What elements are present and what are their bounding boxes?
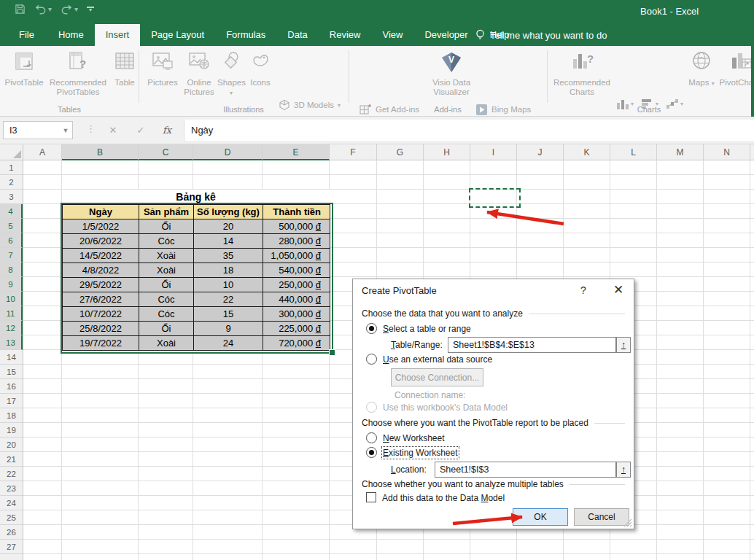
table-cell[interactable]: 15 — [194, 307, 263, 322]
row-header-8[interactable]: 8 — [0, 262, 23, 277]
add-to-data-model-checkbox[interactable] — [366, 492, 376, 502]
row-header-20[interactable]: 20 — [0, 438, 23, 452]
radio-select-table-or-range[interactable]: Select a table or range — [366, 323, 471, 334]
radio-external-data-source[interactable]: Use an external data source — [366, 354, 492, 365]
table-header-cell[interactable]: Ngày — [63, 205, 139, 219]
tab-page-layout[interactable]: Page Layout — [140, 24, 215, 46]
table-cell[interactable]: 4/8/2022 — [63, 263, 139, 278]
column-header-L[interactable]: L — [610, 144, 657, 160]
table-cell[interactable]: 35 — [194, 249, 263, 263]
table-cell[interactable]: 280,000 đ — [263, 234, 330, 249]
table-cell[interactable]: 29/5/2022 — [63, 278, 139, 292]
table-cell[interactable]: 24 — [194, 336, 263, 351]
table-cell[interactable]: 27/6/2022 — [63, 292, 139, 307]
table-header-cell[interactable]: Sản phẩm — [139, 205, 194, 219]
table-cell[interactable]: 300,000 đ — [263, 307, 330, 322]
column-header-B[interactable]: B — [62, 144, 139, 160]
redo-icon[interactable]: ▾ — [61, 4, 78, 15]
table-cell[interactable]: 10 — [194, 278, 263, 292]
table-cell[interactable]: 20/6/2022 — [63, 234, 139, 249]
tab-home[interactable]: Home — [47, 24, 95, 46]
table-cell[interactable]: 1/5/2022 — [63, 219, 139, 234]
table-cell[interactable]: 440,000 đ — [263, 292, 330, 307]
table-cell[interactable]: 18 — [194, 263, 263, 278]
tab-file[interactable]: File — [6, 24, 47, 46]
insert-function-icon[interactable]: fx — [156, 121, 178, 139]
column-header-D[interactable]: D — [193, 144, 263, 160]
recommended-charts-button[interactable]: ? Recommended Charts — [552, 48, 612, 97]
tab-formulas[interactable]: Formulas — [215, 24, 276, 46]
row-header-27[interactable]: 27 — [0, 540, 23, 554]
tab-data[interactable]: Data — [276, 24, 318, 46]
pivotchart-button[interactable]: PivotChart ▾ — [719, 48, 754, 88]
row-header-3[interactable]: 3 — [0, 190, 23, 204]
table-cell[interactable]: 19/7/2022 — [63, 336, 139, 351]
maps-button[interactable]: Maps ▾ — [687, 48, 716, 88]
column-header-H[interactable]: H — [424, 144, 470, 160]
row-header-9[interactable]: 9 — [0, 277, 23, 292]
row-header-13[interactable]: 13 — [0, 335, 23, 350]
formula-input[interactable]: Ngày — [184, 120, 754, 141]
row-header-2[interactable]: 2 — [0, 175, 23, 190]
table-cell[interactable]: 25/8/2022 — [63, 322, 139, 336]
select-all-corner[interactable] — [0, 144, 23, 160]
table-cell[interactable]: 20 — [194, 219, 263, 234]
column-header-G[interactable]: G — [377, 144, 424, 160]
table-cell[interactable]: Ổi — [139, 278, 194, 292]
row-header-25[interactable]: 25 — [0, 510, 23, 525]
table-cell[interactable]: 225,000 đ — [263, 322, 330, 336]
dialog-help-icon[interactable]: ? — [572, 279, 595, 301]
row-header-15[interactable]: 15 — [0, 365, 23, 379]
table-cell[interactable]: 540,000 đ — [263, 263, 330, 278]
column-header-A[interactable]: A — [23, 144, 62, 160]
table-cell[interactable]: 720,000 đ — [263, 336, 330, 351]
enter-entry-icon[interactable]: ✓ — [130, 121, 152, 139]
table-cell[interactable]: 1,050,000 đ — [263, 249, 330, 263]
table-cell[interactable]: Xoài — [139, 249, 194, 263]
column-header-F[interactable]: F — [330, 144, 377, 160]
row-header-26[interactable]: 26 — [0, 525, 23, 540]
row-header-22[interactable]: 22 — [0, 467, 23, 481]
table-cell[interactable]: Cóc — [139, 234, 194, 249]
table-header-cell[interactable]: Thành tiền — [263, 205, 330, 219]
row-header-6[interactable]: 6 — [0, 233, 23, 248]
destination-cell-I3-marching-ants[interactable] — [469, 188, 521, 208]
icons-button[interactable]: Icons — [246, 48, 274, 88]
collapse-dialog-range-button[interactable]: ↑ — [616, 337, 631, 353]
column-header-J[interactable]: J — [517, 144, 564, 160]
cancel-entry-icon[interactable]: ✕ — [102, 121, 124, 139]
tell-me-box[interactable]: Tell me what you want to do — [475, 24, 607, 46]
row-header-10[interactable]: 10 — [0, 292, 23, 306]
row-header-7[interactable]: 7 — [0, 248, 23, 262]
collapse-dialog-range-button[interactable]: ↑ — [616, 462, 631, 478]
location-input[interactable]: Sheet1!$I$3 — [435, 462, 616, 478]
tab-insert[interactable]: Insert — [95, 24, 141, 46]
dialog-close-icon[interactable]: ✕ — [604, 279, 633, 301]
name-box-dropdown-icon[interactable]: ▼ — [59, 127, 72, 134]
tab-view[interactable]: View — [371, 24, 413, 46]
column-header-C[interactable]: C — [139, 144, 193, 160]
table-cell[interactable]: 22 — [194, 292, 263, 307]
visio-data-visualizer-button[interactable]: V Visio Data Visualizer — [429, 48, 474, 97]
recommended-pivottables-button[interactable]: ? Recommended PivotTables — [47, 48, 109, 97]
table-range-input[interactable]: Sheet1!$B$4:$E$13 — [448, 337, 616, 353]
row-header-23[interactable]: 23 — [0, 481, 23, 496]
pivottable-button[interactable]: PivotTable — [3, 48, 45, 88]
radio-new-worksheet[interactable]: New Worksheet — [366, 432, 444, 443]
table-cell[interactable]: 10/7/2022 — [63, 307, 139, 322]
row-header-4[interactable]: 4 — [0, 204, 23, 219]
column-header-M[interactable]: M — [657, 144, 704, 160]
radio-existing-worksheet[interactable]: Existing Worksheet — [366, 447, 458, 458]
table-cell[interactable]: Cóc — [139, 292, 194, 307]
column-header-I[interactable]: I — [470, 144, 517, 160]
table-cell[interactable]: Ổi — [139, 322, 194, 336]
table-cell[interactable]: 14/5/2022 — [63, 249, 139, 263]
column-header-K[interactable]: K — [564, 144, 610, 160]
online-pictures-button[interactable]: Online Pictures — [182, 48, 216, 97]
row-header-16[interactable]: 16 — [0, 379, 23, 394]
undo-icon[interactable]: ▾ — [34, 4, 52, 15]
row-header-5[interactable]: 5 — [0, 219, 23, 233]
row-header-18[interactable]: 18 — [0, 408, 23, 423]
row-header-17[interactable]: 17 — [0, 394, 23, 408]
table-cell[interactable]: 500,000 đ — [263, 219, 330, 234]
